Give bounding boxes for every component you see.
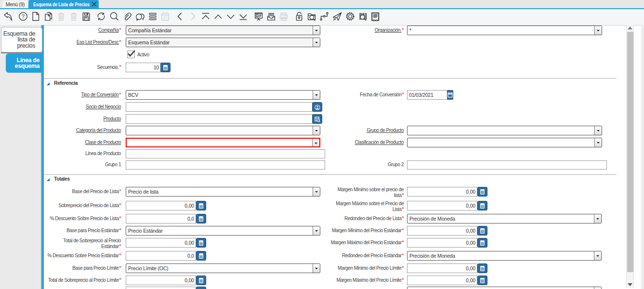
svg-text:?: ?	[22, 13, 25, 19]
svg-text:31: 31	[163, 16, 167, 19]
